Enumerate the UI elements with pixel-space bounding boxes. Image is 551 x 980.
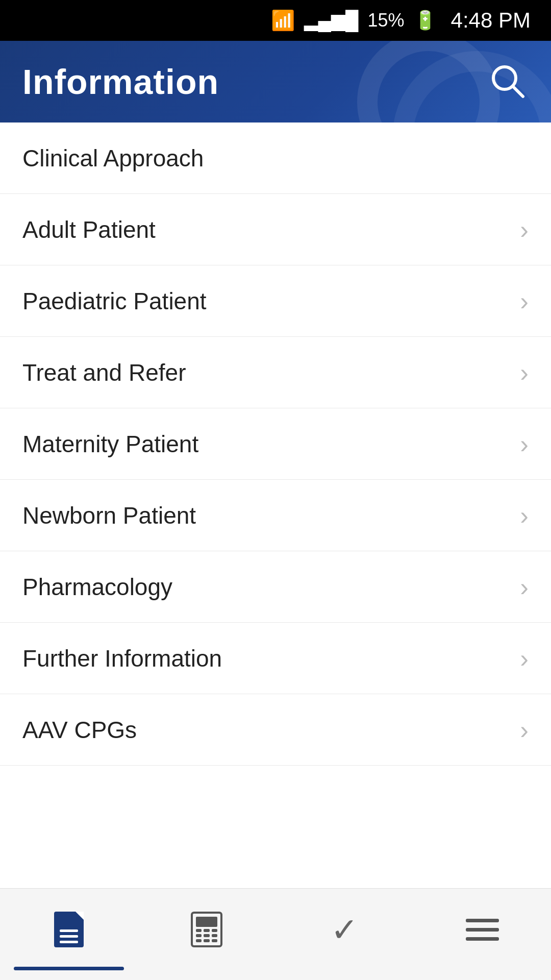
battery-percentage: 15% <box>368 10 405 31</box>
chevron-right-icon: › <box>520 215 529 244</box>
menu-list: Clinical Approach Adult Patient › Paedia… <box>0 122 551 766</box>
svg-line-1 <box>513 86 523 96</box>
battery-icon: 🔋 <box>414 10 437 31</box>
list-item-label-pharmacology: Pharmacology <box>22 573 172 601</box>
list-item-label-adult-patient: Adult Patient <box>22 216 156 243</box>
list-item-pharmacology[interactable]: Pharmacology › <box>0 551 551 623</box>
chevron-right-icon: › <box>520 572 529 602</box>
chevron-right-icon: › <box>520 358 529 387</box>
list-item-treat-and-refer[interactable]: Treat and Refer › <box>0 337 551 408</box>
doc-lines <box>60 929 78 943</box>
list-item-maternity-patient[interactable]: Maternity Patient › <box>0 408 551 480</box>
nav-item-menu[interactable] <box>413 899 551 960</box>
list-section-clinical-approach: Clinical Approach <box>0 122 551 194</box>
list-item-aav-cpgs[interactable]: AAV CPGs › <box>0 694 551 766</box>
nav-item-documents[interactable] <box>0 899 138 960</box>
documents-icon <box>54 912 84 947</box>
list-item-newborn-patient[interactable]: Newborn Patient › <box>0 480 551 551</box>
calculator-icon <box>191 912 222 947</box>
nav-item-calculator[interactable] <box>138 899 276 960</box>
checkmark-icon: ✓ <box>331 911 358 949</box>
chevron-right-icon: › <box>520 429 529 459</box>
bottom-navigation: ✓ <box>0 888 551 980</box>
signal-icon: ▂▄▆█ <box>304 10 359 31</box>
list-section-label-clinical-approach: Clinical Approach <box>22 144 204 172</box>
list-item-adult-patient[interactable]: Adult Patient › <box>0 194 551 265</box>
status-bar: 📶 ▂▄▆█ 15% 🔋 4:48 PM <box>0 0 551 41</box>
list-item-label-aav-cpgs: AAV CPGs <box>22 716 137 744</box>
nav-item-checklist[interactable]: ✓ <box>276 899 413 960</box>
search-button[interactable] <box>488 61 529 102</box>
chevron-right-icon: › <box>520 501 529 530</box>
status-icons: 📶 ▂▄▆█ 15% 🔋 4:48 PM <box>271 8 531 33</box>
list-item-label-paediatric-patient: Paediatric Patient <box>22 287 207 315</box>
chevron-right-icon: › <box>520 715 529 745</box>
status-time: 4:48 PM <box>451 8 531 33</box>
page-title: Information <box>22 62 219 102</box>
list-item-label-maternity-patient: Maternity Patient <box>22 430 198 458</box>
search-icon <box>490 64 526 100</box>
list-item-paediatric-patient[interactable]: Paediatric Patient › <box>0 265 551 337</box>
list-item-label-treat-and-refer: Treat and Refer <box>22 359 186 386</box>
wifi-icon: 📶 <box>271 9 295 32</box>
list-item-label-further-information: Further Information <box>22 645 222 672</box>
list-item-further-information[interactable]: Further Information › <box>0 623 551 694</box>
list-item-label-newborn-patient: Newborn Patient <box>22 502 196 529</box>
app-header: Information <box>0 41 551 122</box>
chevron-right-icon: › <box>520 286 529 316</box>
hamburger-icon <box>466 919 499 941</box>
chevron-right-icon: › <box>520 644 529 673</box>
